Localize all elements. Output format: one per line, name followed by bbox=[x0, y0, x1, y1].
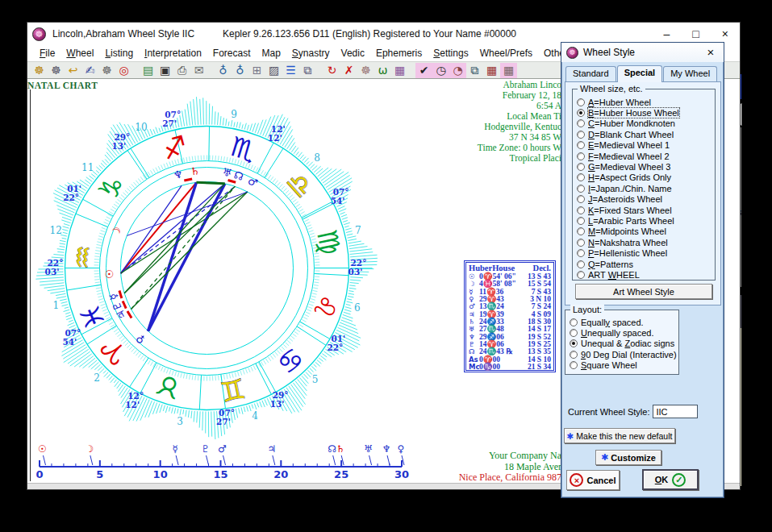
radio-b-huber-house-wheel[interactable]: B=Huber House Wheel bbox=[573, 107, 715, 118]
radio-layout-square-wheel[interactable]: Square Wheel bbox=[565, 360, 678, 371]
globe-pin-icon[interactable]: ♁ bbox=[215, 63, 232, 78]
menu-item-wheel[interactable]: Wheel bbox=[61, 48, 99, 59]
tab-special[interactable]: Special bbox=[617, 65, 663, 82]
calendar-icon[interactable]: ▦ bbox=[391, 63, 408, 78]
dialog-title: Wheel Style bbox=[583, 47, 635, 58]
menu-item-synastry[interactable]: Synastry bbox=[286, 48, 336, 59]
cusp-degree-label: 29°13' bbox=[111, 132, 130, 151]
menu-item-settings[interactable]: Settings bbox=[428, 48, 474, 59]
maximize-button[interactable]: □ bbox=[692, 27, 699, 40]
biwheel-icon[interactable]: ☸ bbox=[31, 63, 48, 78]
print-icon[interactable]: ⎙ bbox=[173, 63, 190, 78]
pages-icon[interactable]: ⧉ bbox=[299, 63, 316, 78]
wheel-grid-icon[interactable]: ☸ bbox=[357, 63, 374, 78]
edit-wheel-icon[interactable]: ✍ bbox=[81, 63, 98, 78]
close-button[interactable]: × bbox=[722, 27, 728, 40]
radio-p-hellenistic-wheel[interactable]: P=Hellenistic Wheel bbox=[573, 247, 715, 258]
dialog-close-icon[interactable]: × bbox=[704, 45, 717, 59]
radio-label: J=Asteroids Wheel bbox=[588, 194, 662, 204]
ruler-label-25: 25 bbox=[334, 468, 348, 480]
menu-item-file[interactable]: File bbox=[34, 48, 61, 59]
birth-info-line: Hodgenville, Kentuc bbox=[376, 122, 561, 132]
undo-wheel-icon[interactable]: ↩ bbox=[65, 63, 81, 78]
cusp-degree-label: 01'22° bbox=[327, 334, 345, 352]
current-wheel-style-label: Current Wheel Style: bbox=[568, 407, 649, 417]
menu-item-interpretation[interactable]: Interpretation bbox=[139, 48, 207, 59]
radio-j-asteroids-wheel[interactable]: J=Asteroids Wheel bbox=[573, 194, 715, 205]
clock-wheel-icon[interactable]: ◔ bbox=[449, 63, 466, 78]
radio-g-medieval-wheel-3[interactable]: G=Medieval Wheel 3 bbox=[573, 161, 715, 172]
ruler-planet-glyph: ♃ bbox=[267, 443, 276, 455]
menu-item-vedic[interactable]: Vedic bbox=[336, 48, 370, 59]
percent-icon[interactable]: ▨ bbox=[265, 63, 282, 78]
mail-icon[interactable]: ✉ bbox=[190, 63, 207, 78]
table-icon[interactable]: ▦ bbox=[483, 63, 500, 78]
company-info-line: 18 Maple Aver bbox=[376, 462, 561, 473]
compass-target-icon[interactable]: ◎ bbox=[115, 63, 132, 78]
radio-a-huber-wheel[interactable]: A=Huber Wheel bbox=[573, 97, 715, 107]
radio-art-wheel[interactable]: ART WHEEL bbox=[573, 269, 715, 280]
cusp-degree-label: 07°27' bbox=[216, 408, 235, 426]
rectify-icon[interactable]: ↻ bbox=[323, 63, 340, 78]
radio-layout-unequal-zodiac-signs[interactable]: Unequal & Zodiac signs bbox=[565, 339, 678, 349]
house-number-1: 1 bbox=[52, 300, 59, 311]
ok-button[interactable]: OK ✓ bbox=[642, 469, 699, 490]
ruler-label-0: 0 bbox=[35, 468, 43, 480]
birth-info-line: Tropical Placi bbox=[376, 153, 561, 164]
tab-standard[interactable]: Standard bbox=[565, 66, 616, 82]
menu-item-listing[interactable]: Listing bbox=[99, 48, 139, 59]
globe-small-icon[interactable]: ⊞ bbox=[248, 63, 265, 78]
radio-m-midpoints-wheel[interactable]: M=Midpoints Wheel bbox=[573, 227, 715, 237]
current-wheel-style-input[interactable] bbox=[653, 405, 698, 418]
radio-layout-90-deg-dial-interactive[interactable]: 90 Deg Dial (Interactive) bbox=[565, 349, 678, 360]
radio-n-nakshatra-wheel[interactable]: N=Nakshatra Wheel bbox=[573, 237, 715, 247]
ruler-planet-glyph: ☊ bbox=[328, 443, 336, 455]
menu-item-ephemeris[interactable]: Ephemeris bbox=[370, 48, 428, 59]
company-info: Your Company Na18 Maple AverNice Place, … bbox=[376, 451, 561, 484]
radio-circle-icon bbox=[577, 141, 585, 149]
app-icon: ☸ bbox=[32, 27, 46, 41]
house-number-8: 8 bbox=[314, 152, 320, 164]
wheel-pointer-icon[interactable]: ☸ bbox=[48, 63, 65, 78]
radio-layout-unequally-spaced[interactable]: Unequally spaced. bbox=[565, 327, 678, 338]
cancel-button[interactable]: × Cancel bbox=[566, 470, 620, 490]
radio-label: N=Nakshatra Wheel bbox=[588, 238, 668, 247]
radio-l-arabic-parts-wheel[interactable]: L=Arabic Parts Wheel bbox=[573, 215, 715, 226]
make-default-button[interactable]: ✱ Make this the new default bbox=[564, 428, 675, 443]
radio-k-fixed-stars-wheel[interactable]: K=Fixed Stars Wheel bbox=[573, 205, 715, 215]
tab-my-wheel[interactable]: My Wheel bbox=[663, 66, 717, 82]
radio-c-huber-mondknoten[interactable]: C=Huber Mondknoten bbox=[573, 118, 715, 129]
clock-icon[interactable]: ◷ bbox=[432, 63, 449, 78]
wheel-icon[interactable]: ☸ bbox=[98, 63, 115, 78]
menu-item-forecast[interactable]: Forecast bbox=[207, 48, 257, 59]
globe-target-icon[interactable]: ♁ bbox=[232, 63, 248, 78]
page-border-line bbox=[30, 89, 31, 481]
radio-h-aspect-grids-only[interactable]: H=Aspect Grids Only bbox=[573, 172, 715, 183]
radio-layout-equally-spaced[interactable]: Equally spaced. bbox=[565, 317, 678, 327]
radio-q-patterns[interactable]: Q=Patterns bbox=[573, 259, 715, 269]
radio-circle-icon bbox=[570, 329, 578, 337]
minimize-button[interactable]: – bbox=[664, 27, 670, 40]
radio-label: Equally spaced. bbox=[581, 318, 644, 327]
radio-e-medieval-wheel-1[interactable]: E=Medieval Wheel 1 bbox=[573, 140, 715, 151]
birth-info-line: February 12, 18 bbox=[376, 90, 561, 101]
notes-icon[interactable]: ⧉ bbox=[466, 63, 483, 78]
radio-i-japan-chin-name[interactable]: I=Japan./Chin. Name bbox=[573, 183, 715, 193]
check-icon[interactable]: ✔ bbox=[415, 63, 432, 78]
new-chart-icon[interactable]: ▤ bbox=[140, 63, 156, 78]
menu-item-map[interactable]: Map bbox=[257, 48, 286, 59]
filter-off-icon[interactable]: ✗ bbox=[340, 63, 357, 78]
om-icon[interactable]: ω bbox=[374, 63, 391, 78]
radio-label: ART WHEEL bbox=[588, 270, 640, 280]
save-icon[interactable]: ▣ bbox=[156, 63, 173, 78]
house-number-6: 6 bbox=[354, 302, 361, 314]
grid-pink-icon[interactable]: ▦ bbox=[500, 63, 517, 78]
radio-circle-icon bbox=[577, 163, 585, 171]
listing-icon[interactable]: ☰ bbox=[282, 63, 299, 78]
menu-item-wheel-prefs[interactable]: Wheel/Prefs bbox=[474, 48, 538, 59]
radio-f-medieval-wheel-2[interactable]: F=Medieval Wheel 2 bbox=[573, 151, 715, 161]
customize-button[interactable]: ✱ Customize bbox=[595, 450, 661, 465]
radio-d-blank-chart-wheel[interactable]: D=Blank Chart Wheel bbox=[573, 129, 715, 139]
art-wheel-style-button[interactable]: Art Wheel Style bbox=[575, 284, 712, 299]
house-number-3: 3 bbox=[177, 416, 183, 427]
